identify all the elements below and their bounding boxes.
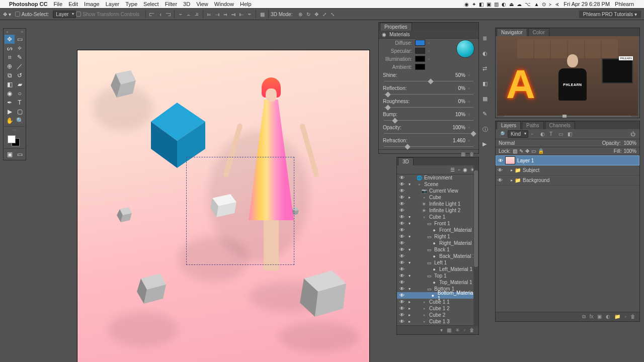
status-icon[interactable]: ⌥ <box>525 2 531 7</box>
disclosure-icon[interactable]: ▾ <box>407 215 412 219</box>
distribute-icon[interactable]: ⫤ <box>221 10 229 18</box>
layer-name[interactable]: Background <box>523 177 549 183</box>
workspace-switcher[interactable]: Phlearn PRO Tutorials ▾ <box>579 11 641 18</box>
reflection-value[interactable]: 0% <box>458 85 465 91</box>
channels-panel-icon[interactable]: ◧ <box>482 80 491 88</box>
align-icon[interactable]: ⫡ <box>193 10 201 18</box>
layer-style-icon[interactable]: fx <box>590 314 594 320</box>
roughness-slider[interactable] <box>384 105 473 109</box>
node-label[interactable]: Environment <box>424 175 452 180</box>
distribute-icon[interactable]: ⫦ <box>237 10 246 18</box>
visibility-eye-icon[interactable]: 👁 <box>399 175 405 180</box>
info-panel-icon[interactable]: ⓘ <box>482 126 491 134</box>
bluetooth-icon[interactable]: ᚛ <box>549 2 551 7</box>
blur-tool[interactable]: ◉ <box>5 89 15 98</box>
disclosure-icon[interactable]: ▸ <box>407 300 412 304</box>
filter-toggle-icon[interactable]: ⏻ <box>630 131 636 137</box>
shine-value[interactable]: 50% <box>455 72 465 78</box>
tree-row[interactable]: 👁▾▭Right 1 <box>397 233 478 240</box>
filter-type-icon[interactable]: T <box>549 131 555 137</box>
auto-select-checkbox[interactable] <box>15 12 20 17</box>
group-icon[interactable]: 📁 <box>614 314 620 320</box>
tree-row[interactable]: 👁▾▫Cube 1 <box>397 214 478 220</box>
node-label[interactable]: Right 1 <box>434 234 450 239</box>
node-label[interactable]: Infinite Light 2 <box>429 208 460 213</box>
tree-row[interactable]: 👁✳Infinite Light 2 <box>397 207 478 214</box>
tree-row[interactable]: 👁▸▫Cube 1 2 <box>397 305 478 312</box>
node-label[interactable]: Top_Material 1 <box>439 280 472 285</box>
visibility-eye-icon[interactable]: 👁 <box>399 253 405 259</box>
node-label[interactable]: Cube 1 <box>429 214 445 220</box>
visibility-eye-icon[interactable]: 👁 <box>498 177 503 183</box>
opacity-slider[interactable] <box>384 131 473 135</box>
filter-meshes-icon[interactable]: ▫ <box>458 167 460 172</box>
ambient-swatch[interactable] <box>415 64 425 70</box>
disclosure-icon[interactable]: ▾ <box>407 287 412 291</box>
magic-wand-tool[interactable]: ✧ <box>15 44 25 53</box>
layer-row[interactable]: 👁 Layer 1 <box>496 155 639 165</box>
menu-help[interactable]: Help <box>240 1 252 7</box>
tree-row[interactable]: 👁●Back_Material 1 <box>397 253 478 259</box>
disclosure-icon[interactable]: ▸ <box>511 168 513 172</box>
node-label[interactable]: Back_Material 1 <box>439 253 475 259</box>
filter-whole-scene-icon[interactable]: ☰ <box>450 167 455 172</box>
dodge-tool[interactable]: ○ <box>15 89 25 98</box>
visibility-eye-icon[interactable]: 👁 <box>399 273 405 279</box>
tree-row[interactable]: 👁🌐Environment <box>397 174 478 181</box>
type-tool[interactable]: T <box>15 98 25 107</box>
channels-tab[interactable]: Channels <box>545 121 575 129</box>
node-label[interactable]: Cube 1 2 <box>429 306 450 311</box>
visibility-eye-icon[interactable]: 👁 <box>399 234 405 239</box>
brush-tool[interactable]: ／ <box>15 62 25 71</box>
3d-roll-icon[interactable]: ↻ <box>304 10 312 18</box>
layer-name[interactable]: Layer 1 <box>517 158 534 163</box>
visibility-eye-icon[interactable]: 👁 <box>399 312 405 318</box>
tree-row[interactable]: 👁▾▭Left 1 <box>397 259 478 266</box>
layer-row[interactable]: 👁 ▸ 📁 Subject <box>496 165 639 175</box>
node-label[interactable]: Current View <box>429 188 458 194</box>
texture-icon[interactable]: ▫ <box>468 72 474 78</box>
show-transform-checkbox[interactable] <box>76 12 81 17</box>
healing-brush-tool[interactable]: ⊕ <box>5 62 15 71</box>
tree-row[interactable]: 👁▸▫Cube <box>397 194 478 201</box>
tree-row[interactable]: 👁▸▫Cube 2 <box>397 312 478 318</box>
3d-pan-icon[interactable]: ✥ <box>312 10 320 18</box>
texture-icon[interactable]: ▫ <box>428 40 434 46</box>
tree-row[interactable]: 👁📷Current View <box>397 188 478 194</box>
document-canvas[interactable] <box>77 50 369 362</box>
adjustment-layer-icon[interactable]: ◐ <box>606 314 610 320</box>
tree-row[interactable]: 👁●Right_Material 1 <box>397 240 478 246</box>
trash-icon[interactable]: 🗑 <box>469 151 474 157</box>
panel-close-icon[interactable]: × <box>6 30 9 35</box>
texture-icon[interactable]: ▫ <box>468 85 474 91</box>
visibility-eye-icon[interactable]: 👁 <box>399 188 405 194</box>
shine-slider[interactable] <box>384 79 473 83</box>
new-light-icon[interactable]: ✳ <box>455 327 459 333</box>
status-icon[interactable]: ⏏ <box>509 2 514 7</box>
visibility-eye-icon[interactable]: 👁 <box>399 208 405 213</box>
disclosure-icon[interactable]: ▸ <box>511 178 513 183</box>
opacity-value[interactable]: 100% <box>452 125 465 130</box>
visibility-eye-icon[interactable]: 👁 <box>399 299 405 305</box>
new-icon[interactable]: ▫ <box>463 327 465 333</box>
visibility-eye-icon[interactable]: 👁 <box>399 293 405 298</box>
navigator-thumbnail[interactable]: A PHLEARN <box>497 36 638 116</box>
lock-position-icon[interactable]: ✥ <box>525 148 529 154</box>
node-label[interactable]: Top 1 <box>434 273 446 279</box>
link-layers-icon[interactable]: ⧉ <box>582 314 586 320</box>
path-selection-tool[interactable]: ▶ <box>5 107 15 116</box>
pen-tool[interactable]: ✒ <box>5 98 15 107</box>
layer-thumbnail[interactable] <box>505 156 515 164</box>
align-icon[interactable]: ⫠ <box>185 10 193 18</box>
3d-slide-icon[interactable]: ⤢ <box>320 10 329 18</box>
visibility-eye-icon[interactable]: 👁 <box>399 240 405 246</box>
tree-row[interactable]: 👁✳Infinite Light 1 <box>397 201 478 207</box>
disclosure-icon[interactable]: ▾ <box>407 234 412 239</box>
node-label[interactable]: Back 1 <box>434 247 450 252</box>
menu-layer[interactable]: Layer <box>106 1 120 7</box>
tree-row[interactable]: 👁▾▭Top 1 <box>397 273 478 279</box>
menu-select[interactable]: Select <box>143 1 159 7</box>
disclosure-icon[interactable]: ▾ <box>407 221 412 226</box>
illumination-swatch[interactable] <box>415 56 425 62</box>
filter-materials-icon[interactable]: ◉ <box>463 167 467 172</box>
